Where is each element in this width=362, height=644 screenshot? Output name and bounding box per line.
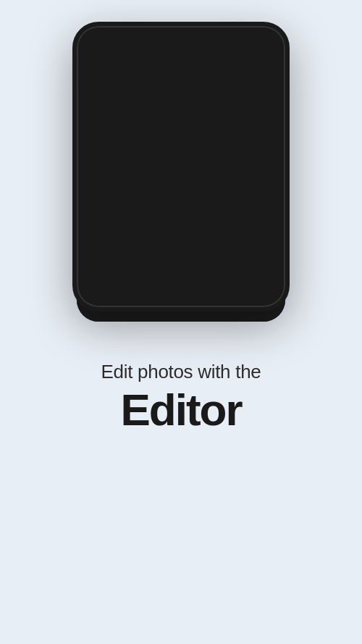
rotate-tool[interactable]: Rotate [136, 187, 177, 224]
svg-rect-33 [263, 297, 266, 300]
svg-point-27 [218, 300, 219, 301]
exposure-tool[interactable]: Exposure [136, 233, 177, 269]
phone-container: Crop Rotate [72, 22, 290, 326]
tools-row-2: Contrast Exposure [83, 230, 279, 272]
saturation-label: Saturation [190, 258, 220, 265]
boat [158, 88, 171, 111]
contrast-tool[interactable]: Contrast [87, 233, 127, 269]
svg-rect-38 [258, 305, 261, 308]
svg-point-26 [216, 297, 226, 307]
vignette-icon [245, 237, 264, 256]
svg-point-30 [221, 302, 222, 304]
svg-marker-6 [204, 203, 206, 205]
svg-rect-35 [258, 301, 261, 304]
exposure-icon [147, 237, 166, 256]
crop-icon [98, 191, 117, 210]
nav-crop[interactable] [88, 293, 116, 314]
crop-label: Crop [100, 212, 114, 219]
svg-point-17 [252, 244, 258, 249]
rotate-label: Rotate [147, 212, 167, 219]
svg-marker-5 [204, 196, 206, 198]
straighten-tool[interactable]: Straighten [185, 187, 226, 224]
boat-mast [164, 88, 164, 108]
svg-point-28 [221, 300, 222, 301]
svg-point-25 [179, 304, 181, 306]
tools-row-1: Crop Rotate [83, 184, 279, 227]
svg-rect-31 [255, 297, 258, 300]
svg-rect-37 [255, 305, 258, 308]
ocean-background [77, 26, 285, 188]
svg-rect-39 [263, 305, 266, 308]
rotate-icon [147, 191, 166, 210]
saturation-icon [196, 237, 215, 256]
small-boat-3 [248, 72, 251, 74]
mirror-tool[interactable]: Mirror [235, 187, 275, 224]
contrast-label: Contrast [95, 258, 119, 265]
phone-screen: Crop Rotate [77, 26, 285, 322]
svg-rect-0 [104, 197, 111, 204]
mirror-icon [245, 191, 264, 210]
svg-rect-34 [255, 301, 258, 304]
subtitle: Edit photos with the [101, 361, 261, 383]
contrast-icon [98, 237, 117, 256]
main-title: Editor [101, 386, 261, 433]
vignette-tool[interactable]: Vignette [235, 233, 275, 269]
straighten-icon [196, 191, 215, 210]
small-boat-1 [223, 75, 227, 77]
svg-point-29 [218, 302, 219, 304]
svg-rect-16 [250, 242, 261, 251]
small-boat-2 [240, 83, 243, 85]
svg-point-23 [178, 298, 180, 300]
exposure-label: Exposure [143, 258, 170, 265]
mirror-label: Mirror [246, 212, 264, 219]
svg-rect-19 [137, 301, 147, 307]
editor-panel: Crop Rotate [77, 174, 285, 322]
svg-point-24 [182, 301, 184, 304]
vignette-label: Vignette [243, 258, 267, 265]
boat-glow [149, 124, 171, 142]
nav-palette[interactable] [206, 293, 234, 314]
svg-rect-36 [263, 301, 266, 304]
svg-rect-18 [99, 299, 106, 306]
nav-lock[interactable] [128, 293, 156, 314]
svg-rect-32 [258, 297, 261, 300]
bottom-nav [83, 288, 279, 316]
svg-rect-1 [155, 199, 159, 203]
text-section: Edit photos with the Editor [80, 361, 283, 433]
nav-grid[interactable] [246, 293, 274, 314]
straighten-label: Straighten [190, 212, 220, 219]
crop-tool[interactable]: Crop [87, 187, 127, 224]
nav-sliders[interactable] [167, 293, 195, 314]
saturation-tool[interactable]: Saturation [185, 233, 226, 269]
